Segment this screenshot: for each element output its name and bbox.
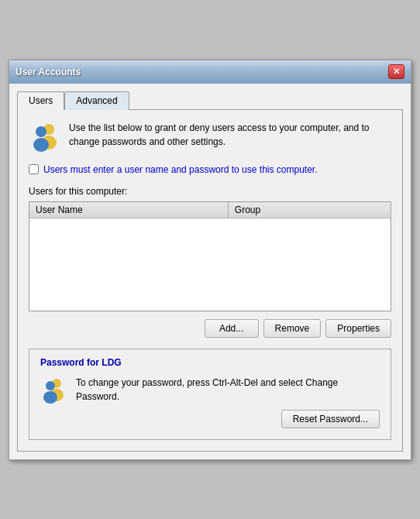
password-icon-svg <box>40 376 68 404</box>
password-text-area: To change your password, press Ctrl-Alt-… <box>76 376 380 428</box>
password-section: Password for LDG To change your password… <box>29 349 391 440</box>
col-group: Group <box>228 201 391 218</box>
tab-users[interactable]: Users <box>17 91 64 110</box>
close-button[interactable]: ✕ <box>388 64 405 79</box>
password-section-title: Password for LDG <box>40 357 380 368</box>
col-username: User Name <box>29 201 229 218</box>
info-section: Use the list below to grant or deny user… <box>29 121 391 153</box>
password-content: To change your password, press Ctrl-Alt-… <box>40 376 380 428</box>
tab-bar: Users Advanced <box>17 91 403 110</box>
password-instruction: To change your password, press Ctrl-Alt-… <box>76 376 380 404</box>
table-empty-body <box>29 218 391 311</box>
users-for-computer-label: Users for this computer: <box>29 186 391 197</box>
must-enter-password-checkbox[interactable] <box>29 164 39 174</box>
title-bar: User Accounts ✕ <box>9 60 411 84</box>
properties-button[interactable]: Properties <box>325 319 391 338</box>
window-body: Users Advanced Use the lis <box>9 84 411 459</box>
svg-point-7 <box>43 391 57 404</box>
user-accounts-window: User Accounts ✕ Users Advanced <box>9 60 411 460</box>
info-text: Use the list below to grant or deny user… <box>69 121 391 149</box>
user-table: User Name Group <box>29 201 391 311</box>
tab-advanced[interactable]: Advanced <box>64 91 129 110</box>
user-icon <box>29 121 61 153</box>
reset-password-button[interactable]: Reset Password... <box>281 410 380 428</box>
svg-point-3 <box>33 138 49 152</box>
add-button[interactable]: Add... <box>205 319 259 338</box>
tab-content: Use the list below to grant or deny user… <box>17 109 403 452</box>
window-title: User Accounts <box>15 67 81 77</box>
svg-point-6 <box>46 381 55 390</box>
users-icon-svg <box>29 121 61 153</box>
remove-button[interactable]: Remove <box>263 319 322 338</box>
user-action-buttons: Add... Remove Properties <box>29 319 391 338</box>
reset-password-row: Reset Password... <box>76 410 380 428</box>
checkbox-row: Users must enter a user name and passwor… <box>29 164 391 175</box>
svg-point-2 <box>36 126 46 137</box>
checkbox-label[interactable]: Users must enter a user name and passwor… <box>43 164 318 175</box>
title-bar-controls: ✕ <box>388 64 405 79</box>
password-user-icon <box>40 376 68 404</box>
